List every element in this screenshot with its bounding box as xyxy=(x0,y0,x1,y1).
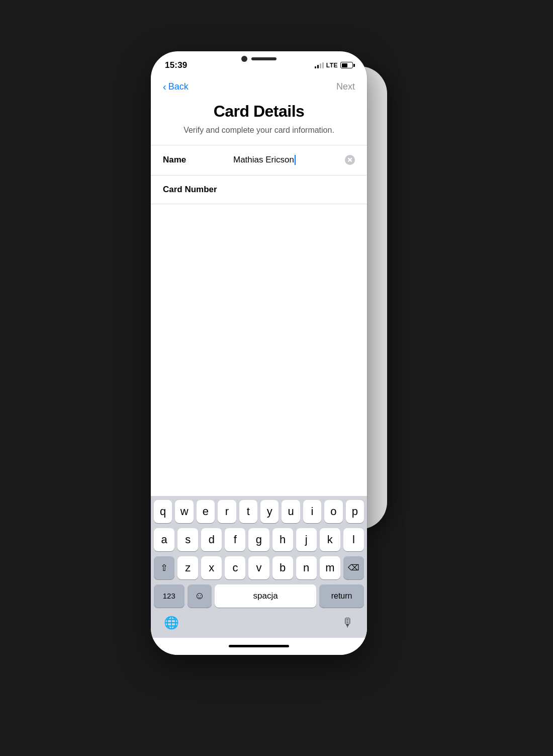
key-i[interactable]: i xyxy=(303,500,321,523)
keyboard-bottom: 🌐 🎙 xyxy=(154,613,364,638)
name-input-wrapper: Mathias Ericson ✕ xyxy=(233,155,355,165)
scene: 15:39 LTE ‹ Back Next xyxy=(151,51,402,705)
key-v[interactable]: v xyxy=(248,556,269,579)
key-m[interactable]: m xyxy=(320,556,340,579)
keyboard-row-2: a s d f g h j k l xyxy=(154,528,364,551)
key-f[interactable]: f xyxy=(225,528,245,551)
page-header: Card Details Verify and complete your ca… xyxy=(151,97,367,145)
name-input[interactable]: Mathias Ericson xyxy=(233,155,296,165)
keyboard-row-3: ⇧ z x c v b n m ⌫ xyxy=(154,556,364,579)
notch-camera xyxy=(241,56,247,62)
signal-bars-icon xyxy=(315,62,324,68)
form-section: Name Mathias Ericson ✕ Card Number xyxy=(151,145,367,321)
key-h[interactable]: h xyxy=(272,528,293,551)
backspace-key[interactable]: ⌫ xyxy=(343,556,364,579)
phone: 15:39 LTE ‹ Back Next xyxy=(151,51,367,655)
card-number-label: Card Number xyxy=(163,185,233,195)
space-key[interactable]: spacja xyxy=(215,584,316,608)
key-t[interactable]: t xyxy=(239,500,257,523)
back-label: Back xyxy=(168,81,189,92)
home-bar xyxy=(229,645,289,647)
key-y[interactable]: y xyxy=(260,500,279,523)
clear-button[interactable]: ✕ xyxy=(345,155,355,165)
key-e[interactable]: e xyxy=(197,500,215,523)
page-title: Card Details xyxy=(163,102,355,121)
content-area: Card Details Verify and complete your ca… xyxy=(151,97,367,496)
battery-icon xyxy=(340,62,353,68)
key-n[interactable]: n xyxy=(296,556,317,579)
battery-body xyxy=(340,62,353,68)
key-d[interactable]: d xyxy=(201,528,222,551)
status-icons: LTE xyxy=(315,62,353,69)
clear-icon: ✕ xyxy=(347,157,352,163)
key-z[interactable]: z xyxy=(177,556,198,579)
key-u[interactable]: u xyxy=(282,500,300,523)
key-p[interactable]: p xyxy=(346,500,364,523)
back-chevron-icon: ‹ xyxy=(163,81,166,92)
emoji-key[interactable]: ☺ xyxy=(188,584,212,608)
key-k[interactable]: k xyxy=(320,528,340,551)
name-label: Name xyxy=(163,155,233,165)
lte-label: LTE xyxy=(326,62,338,69)
key-o[interactable]: o xyxy=(324,500,342,523)
keyboard-row-1: q w e r t y u i o p xyxy=(154,500,364,523)
key-a[interactable]: a xyxy=(154,528,174,551)
microphone-icon[interactable]: 🎙 xyxy=(342,616,354,630)
key-j[interactable]: j xyxy=(296,528,317,551)
nav-bar: ‹ Back Next xyxy=(151,76,367,97)
back-button[interactable]: ‹ Back xyxy=(163,81,189,92)
battery-fill xyxy=(342,63,347,67)
keyboard: q w e r t y u i o p a s d f g h j k xyxy=(151,496,367,638)
key-q[interactable]: q xyxy=(154,500,172,523)
key-l[interactable]: l xyxy=(343,528,364,551)
name-row: Name Mathias Ericson ✕ xyxy=(151,145,367,176)
shift-key[interactable]: ⇧ xyxy=(154,556,174,579)
page-subtitle: Verify and complete your card informatio… xyxy=(163,126,355,135)
card-number-row: Card Number xyxy=(151,176,367,204)
notch-speaker xyxy=(251,57,276,60)
key-g[interactable]: g xyxy=(248,528,269,551)
keyboard-row-4: 123 ☺ spacja return xyxy=(154,584,364,608)
key-w[interactable]: w xyxy=(175,500,193,523)
key-r[interactable]: r xyxy=(218,500,236,523)
numbers-key[interactable]: 123 xyxy=(154,584,185,608)
next-button[interactable]: Next xyxy=(336,81,355,92)
home-indicator xyxy=(151,638,367,655)
key-b[interactable]: b xyxy=(272,556,293,579)
key-c[interactable]: c xyxy=(225,556,245,579)
globe-icon[interactable]: 🌐 xyxy=(164,616,179,630)
key-x[interactable]: x xyxy=(201,556,222,579)
key-s[interactable]: s xyxy=(177,528,198,551)
empty-content-area xyxy=(151,320,367,496)
text-cursor xyxy=(295,155,296,165)
name-value: Mathias Ericson xyxy=(233,155,294,164)
return-key[interactable]: return xyxy=(319,584,364,608)
notch xyxy=(219,51,299,66)
status-time: 15:39 xyxy=(165,60,187,70)
